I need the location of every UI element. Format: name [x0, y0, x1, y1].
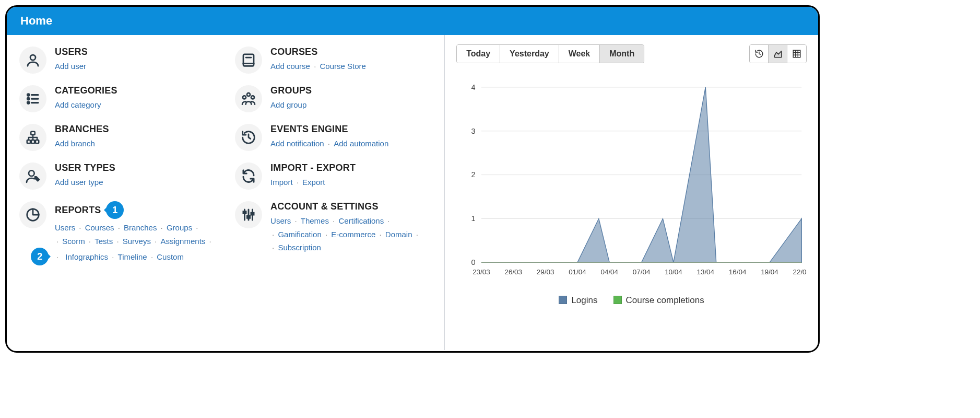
user-icon [19, 47, 46, 74]
link-settings-5[interactable]: Domain [385, 230, 412, 239]
list-icon [19, 85, 46, 112]
tile-settings: ACCOUNT & SETTINGS Users · Themes · Cert… [235, 201, 432, 265]
link-settings-6[interactable]: Subscription [278, 243, 321, 252]
tile-users: USERS Add user [19, 47, 216, 74]
svg-rect-22 [243, 212, 246, 214]
svg-text:2: 2 [471, 170, 476, 179]
page-title: Home [20, 14, 52, 27]
view-area-button[interactable] [769, 45, 787, 63]
link-reports-5[interactable]: Tests [95, 237, 113, 246]
tile-events-title[interactable]: EVENTS ENGINE [270, 124, 432, 135]
tile-reports-links: Users · Courses · Branches · Groups · · … [55, 221, 216, 265]
link-groups-0[interactable]: Add group [270, 100, 306, 109]
link-reports-1[interactable]: Courses [85, 223, 114, 232]
tile-categories-title[interactable]: CATEGORIES [55, 85, 216, 96]
pie-chart-icon [19, 201, 46, 228]
svg-text:07/04: 07/04 [633, 268, 651, 276]
topbar: Home [7, 7, 818, 35]
link-events-0[interactable]: Add notification [270, 139, 324, 148]
svg-text:10/04: 10/04 [665, 268, 682, 276]
tile-reports-title-text: REPORTS [55, 205, 101, 216]
link-settings-1[interactable]: Themes [301, 216, 329, 225]
svg-text:23/03: 23/03 [473, 268, 490, 276]
svg-text:0: 0 [471, 258, 476, 266]
tile-groups: GROUPS Add group [235, 85, 432, 112]
tiles-grid: USERS Add user COURSES Add course · Cour… [19, 47, 432, 265]
tile-users-title[interactable]: USERS [55, 47, 216, 57]
chart-legend: Logins Course completions [456, 295, 807, 306]
link-reports-9[interactable]: Timeline [118, 252, 147, 261]
svg-point-11 [243, 96, 246, 99]
range-month[interactable]: Month [600, 45, 644, 63]
svg-text:26/03: 26/03 [505, 268, 523, 276]
link-reports-7[interactable]: Assignments [160, 237, 205, 246]
tile-usertypes: USER TYPES Add user type [19, 162, 216, 190]
link-reports-3[interactable]: Groups [167, 223, 192, 232]
link-importexport-0[interactable]: Import [270, 178, 293, 187]
range-today[interactable]: Today [457, 45, 500, 63]
tile-settings-title[interactable]: ACCOUNT & SETTINGS [270, 201, 432, 212]
svg-text:3: 3 [471, 127, 476, 135]
svg-text:1: 1 [471, 214, 476, 223]
book-icon [235, 47, 262, 74]
link-branches-0[interactable]: Add branch [55, 139, 95, 148]
date-range-toggle: Today Yesterday Week Month [456, 44, 644, 63]
tile-usertypes-links: Add user type [55, 176, 216, 189]
legend-logins: Logins [559, 295, 597, 306]
annotation-2: 2 [31, 248, 49, 265]
history-icon [235, 124, 262, 151]
svg-text:4: 4 [471, 83, 476, 91]
tile-branches-title[interactable]: BRANCHES [55, 124, 216, 135]
svg-text:01/04: 01/04 [569, 268, 586, 276]
svg-rect-1 [243, 54, 254, 66]
legend-logins-label: Logins [571, 295, 597, 305]
link-reports-0[interactable]: Users [55, 223, 75, 232]
chart-toolbar: Today Yesterday Week Month [456, 44, 807, 63]
svg-point-0 [30, 55, 36, 60]
link-courses-1[interactable]: Course Store [320, 62, 365, 71]
tile-importexport-links: Import · Export [270, 176, 432, 189]
tile-importexport: IMPORT - EXPORT Import · Export [235, 162, 432, 190]
tile-reports: REPORTS 1 Users · Courses · Branches · G… [19, 201, 216, 265]
logins-chart: 0123423/0326/0329/0301/0404/0407/0410/04… [456, 73, 807, 292]
annotation-1: 1 [106, 201, 124, 219]
link-reports-8[interactable]: Infographics [65, 252, 108, 261]
link-users-0[interactable]: Add user [55, 62, 86, 71]
user-tag-icon [19, 162, 46, 190]
refresh-icon [235, 162, 262, 190]
tile-branches: BRANCHES Add branch [19, 124, 216, 151]
view-history-button[interactable] [750, 45, 769, 63]
tile-events: EVENTS ENGINE Add notification · Add aut… [235, 124, 432, 151]
link-importexport-1[interactable]: Export [302, 178, 325, 187]
link-courses-0[interactable]: Add course [270, 62, 310, 71]
range-week[interactable]: Week [559, 45, 600, 63]
tile-importexport-title[interactable]: IMPORT - EXPORT [270, 162, 432, 173]
link-reports-4[interactable]: Scorm [62, 237, 85, 246]
view-grid-button[interactable] [787, 45, 806, 63]
link-settings-2[interactable]: Certifications [338, 216, 384, 225]
svg-point-12 [251, 96, 254, 99]
svg-text:22/04: 22/04 [793, 268, 807, 276]
link-events-1[interactable]: Add automation [334, 139, 388, 148]
tile-usertypes-title[interactable]: USER TYPES [55, 162, 216, 173]
tile-reports-title[interactable]: REPORTS 1 [55, 201, 216, 219]
tile-groups-links: Add group [270, 98, 432, 112]
link-reports-6[interactable]: Surveys [123, 237, 151, 246]
grid-icon [792, 49, 801, 59]
link-settings-4[interactable]: E-commerce [331, 230, 375, 239]
link-settings-0[interactable]: Users [270, 216, 291, 225]
app-frame: Home USERS Add user [5, 5, 820, 353]
chart-panel: Today Yesterday Week Month [445, 35, 818, 350]
link-usertypes-0[interactable]: Add user type [55, 178, 103, 187]
content: USERS Add user COURSES Add course · Cour… [7, 35, 818, 350]
link-reports-10[interactable]: Custom [157, 252, 184, 261]
tile-courses-title[interactable]: COURSES [270, 47, 432, 57]
svg-text:04/04: 04/04 [601, 268, 619, 276]
tile-groups-title[interactable]: GROUPS [270, 85, 432, 96]
range-yesterday[interactable]: Yesterday [500, 45, 559, 63]
tile-settings-links: Users · Themes · Certifications · · Gami… [270, 214, 432, 254]
link-settings-3[interactable]: Gamification [278, 230, 321, 239]
link-categories-0[interactable]: Add category [55, 100, 101, 109]
link-reports-2[interactable]: Branches [124, 223, 157, 232]
svg-text:13/04: 13/04 [697, 268, 715, 276]
